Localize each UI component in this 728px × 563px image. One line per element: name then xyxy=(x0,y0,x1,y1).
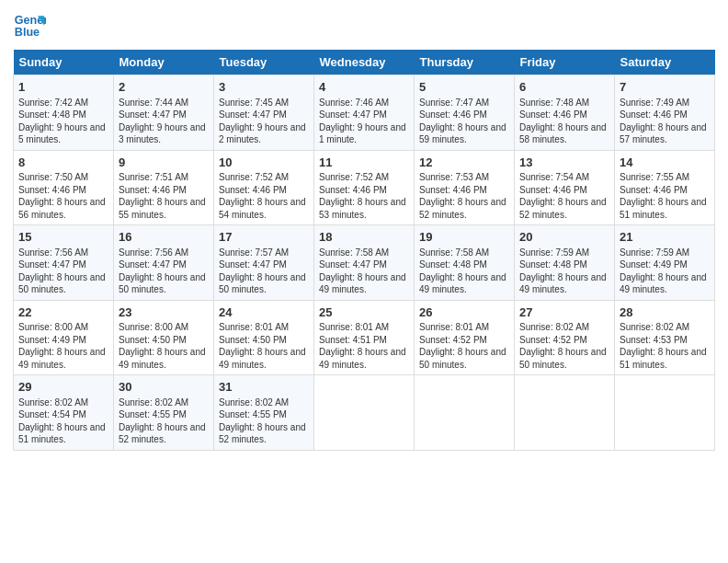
sunset-text: Sunset: 4:48 PM xyxy=(419,259,509,271)
calendar-cell: 24Sunrise: 8:01 AMSunset: 4:50 PMDayligh… xyxy=(214,300,314,375)
calendar-cell: 30Sunrise: 8:02 AMSunset: 4:55 PMDayligh… xyxy=(114,375,214,451)
sunrise-text: Sunrise: 7:51 AM xyxy=(119,171,209,184)
sunrise-text: Sunrise: 7:42 AM xyxy=(18,97,108,109)
day-number: 6 xyxy=(519,79,609,96)
header-sunday: Sunday xyxy=(14,50,114,75)
sunset-text: Sunset: 4:46 PM xyxy=(18,184,108,197)
daylight-text: Daylight: 8 hours and 56 minutes. xyxy=(18,196,108,221)
day-number: 13 xyxy=(519,155,609,171)
sunrise-text: Sunrise: 7:49 AM xyxy=(620,97,710,109)
calendar-cell: 9Sunrise: 7:51 AMSunset: 4:46 PMDaylight… xyxy=(114,150,214,225)
sunset-text: Sunset: 4:48 PM xyxy=(18,109,108,121)
sunset-text: Sunset: 4:46 PM xyxy=(620,109,710,121)
sunrise-text: Sunrise: 7:48 AM xyxy=(519,97,609,109)
daylight-text: Daylight: 8 hours and 52 minutes. xyxy=(219,421,309,446)
header: General Blue xyxy=(13,9,715,42)
sunrise-text: Sunrise: 8:02 AM xyxy=(519,321,609,334)
header-friday: Friday xyxy=(515,50,615,75)
sunrise-text: Sunrise: 8:00 AM xyxy=(18,321,108,334)
day-number: 10 xyxy=(219,155,309,171)
calendar-cell: 26Sunrise: 8:01 AMSunset: 4:52 PMDayligh… xyxy=(415,300,515,375)
daylight-text: Daylight: 8 hours and 51 minutes. xyxy=(18,421,108,446)
day-number: 3 xyxy=(219,79,309,96)
day-number: 11 xyxy=(319,155,409,171)
sunrise-text: Sunrise: 7:52 AM xyxy=(319,171,409,184)
calendar-cell: 13Sunrise: 7:54 AMSunset: 4:46 PMDayligh… xyxy=(515,150,615,225)
logo: General Blue xyxy=(13,9,48,42)
day-number: 28 xyxy=(620,304,710,321)
daylight-text: Daylight: 8 hours and 51 minutes. xyxy=(620,196,710,221)
sunrise-text: Sunrise: 8:02 AM xyxy=(620,321,710,334)
sunrise-text: Sunrise: 7:45 AM xyxy=(219,97,309,109)
calendar-week-1: 1Sunrise: 7:42 AMSunset: 4:48 PMDaylight… xyxy=(14,75,715,151)
day-number: 15 xyxy=(18,229,108,246)
daylight-text: Daylight: 8 hours and 52 minutes. xyxy=(419,196,509,221)
sunset-text: Sunset: 4:52 PM xyxy=(419,334,509,347)
daylight-text: Daylight: 8 hours and 49 minutes. xyxy=(519,271,609,296)
svg-text:Blue: Blue xyxy=(15,26,40,39)
sunset-text: Sunset: 4:47 PM xyxy=(319,259,409,271)
logo-icon: General Blue xyxy=(13,9,46,42)
sunrise-text: Sunrise: 7:56 AM xyxy=(18,247,108,259)
daylight-text: Daylight: 8 hours and 49 minutes. xyxy=(319,346,409,371)
calendar-cell xyxy=(615,375,715,451)
calendar-cell: 10Sunrise: 7:52 AMSunset: 4:46 PMDayligh… xyxy=(214,150,314,225)
sunrise-text: Sunrise: 7:52 AM xyxy=(219,171,309,184)
header-wednesday: Wednesday xyxy=(314,50,415,75)
day-number: 12 xyxy=(419,155,509,171)
daylight-text: Daylight: 9 hours and 1 minute. xyxy=(319,121,409,146)
day-number: 1 xyxy=(18,79,108,96)
sunrise-text: Sunrise: 7:55 AM xyxy=(620,171,710,184)
calendar-cell: 12Sunrise: 7:53 AMSunset: 4:46 PMDayligh… xyxy=(415,150,515,225)
sunrise-text: Sunrise: 7:58 AM xyxy=(319,247,409,259)
calendar-table: SundayMondayTuesdayWednesdayThursdayFrid… xyxy=(13,50,715,451)
calendar-week-5: 29Sunrise: 8:02 AMSunset: 4:54 PMDayligh… xyxy=(14,375,715,451)
calendar-week-3: 15Sunrise: 7:56 AMSunset: 4:47 PMDayligh… xyxy=(14,225,715,301)
calendar-cell: 29Sunrise: 8:02 AMSunset: 4:54 PMDayligh… xyxy=(14,375,114,451)
daylight-text: Daylight: 8 hours and 49 minutes. xyxy=(18,346,108,371)
header-tuesday: Tuesday xyxy=(214,50,314,75)
daylight-text: Daylight: 9 hours and 5 minutes. xyxy=(18,121,108,146)
daylight-text: Daylight: 8 hours and 59 minutes. xyxy=(419,121,509,146)
sunset-text: Sunset: 4:47 PM xyxy=(18,259,108,271)
day-number: 24 xyxy=(219,304,309,321)
sunset-text: Sunset: 4:47 PM xyxy=(319,109,409,121)
sunrise-text: Sunrise: 7:57 AM xyxy=(219,247,309,259)
day-number: 17 xyxy=(219,229,309,246)
calendar-cell: 20Sunrise: 7:59 AMSunset: 4:48 PMDayligh… xyxy=(515,225,615,301)
sunset-text: Sunset: 4:46 PM xyxy=(219,184,309,197)
sunset-text: Sunset: 4:47 PM xyxy=(219,259,309,271)
sunrise-text: Sunrise: 7:59 AM xyxy=(519,247,609,259)
sunrise-text: Sunrise: 7:53 AM xyxy=(419,171,509,184)
day-number: 30 xyxy=(119,379,209,396)
header-saturday: Saturday xyxy=(615,50,715,75)
calendar-cell: 16Sunrise: 7:56 AMSunset: 4:47 PMDayligh… xyxy=(114,225,214,301)
sunset-text: Sunset: 4:49 PM xyxy=(18,334,108,347)
day-number: 18 xyxy=(319,229,409,246)
sunrise-text: Sunrise: 8:02 AM xyxy=(18,396,108,409)
sunrise-text: Sunrise: 8:02 AM xyxy=(119,396,209,409)
day-number: 29 xyxy=(18,379,108,396)
sunrise-text: Sunrise: 8:01 AM xyxy=(219,321,309,334)
calendar-week-2: 8Sunrise: 7:50 AMSunset: 4:46 PMDaylight… xyxy=(14,150,715,225)
calendar-cell: 5Sunrise: 7:47 AMSunset: 4:46 PMDaylight… xyxy=(415,75,515,151)
daylight-text: Daylight: 8 hours and 58 minutes. xyxy=(519,121,609,146)
sunset-text: Sunset: 4:46 PM xyxy=(319,184,409,197)
day-number: 21 xyxy=(620,229,710,246)
calendar-cell: 6Sunrise: 7:48 AMSunset: 4:46 PMDaylight… xyxy=(515,75,615,151)
daylight-text: Daylight: 8 hours and 49 minutes. xyxy=(119,346,209,371)
daylight-text: Daylight: 8 hours and 52 minutes. xyxy=(119,421,209,446)
sunset-text: Sunset: 4:46 PM xyxy=(519,109,609,121)
daylight-text: Daylight: 8 hours and 49 minutes. xyxy=(319,271,409,296)
day-number: 25 xyxy=(319,304,409,321)
calendar-cell: 7Sunrise: 7:49 AMSunset: 4:46 PMDaylight… xyxy=(615,75,715,151)
day-number: 8 xyxy=(18,155,108,171)
sunrise-text: Sunrise: 8:01 AM xyxy=(419,321,509,334)
day-number: 7 xyxy=(620,79,710,96)
sunset-text: Sunset: 4:46 PM xyxy=(620,184,710,197)
calendar-cell: 11Sunrise: 7:52 AMSunset: 4:46 PMDayligh… xyxy=(314,150,415,225)
sunrise-text: Sunrise: 7:56 AM xyxy=(119,247,209,259)
sunrise-text: Sunrise: 7:46 AM xyxy=(319,97,409,109)
daylight-text: Daylight: 9 hours and 3 minutes. xyxy=(119,121,209,146)
sunrise-text: Sunrise: 8:00 AM xyxy=(119,321,209,334)
